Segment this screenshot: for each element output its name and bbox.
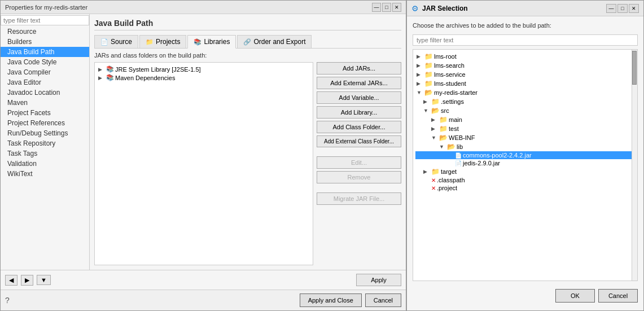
nav-bar: ◀ ▶ ▼ Apply <box>1 270 406 290</box>
projects-tab-icon: 📁 <box>146 38 154 46</box>
sidebar-item-java-build-path[interactable]: Java Build Path <box>1 47 89 57</box>
main-label: main <box>449 116 462 123</box>
sidebar-item-java-compiler[interactable]: Java Compiler <box>1 67 89 77</box>
jar-tree-item-jedis[interactable]: 📄 jedis-2.9.0.jar <box>415 159 635 167</box>
add-external-jars-button[interactable]: Add External JARs... <box>317 77 401 89</box>
minimize-button[interactable]: — <box>372 3 381 12</box>
jar-tree-item-lms-root[interactable]: ▶ 📁 lms-root <box>415 52 635 61</box>
sidebar-item-java-editor[interactable]: Java Editor <box>1 77 89 87</box>
back-button[interactable]: ◀ <box>5 275 17 286</box>
jar-tree-item-lms-service[interactable]: ▶ 📁 lms-service <box>415 70 635 79</box>
jar-icon-jedis: 📄 <box>455 160 462 167</box>
jar-minimize-button[interactable]: — <box>606 4 616 13</box>
jar-close-button[interactable]: ✕ <box>629 4 639 13</box>
sidebar-item-javadoc-location[interactable]: Javadoc Location <box>1 87 89 98</box>
jar-tree-item-target[interactable]: ▶ 📁 target <box>415 167 635 176</box>
jar-title-left: ⚙ JAR Selection <box>411 4 468 13</box>
tree-item-maven[interactable]: ▶ 📚 Maven Dependencies <box>97 73 310 82</box>
jar-filter-input[interactable] <box>413 34 638 46</box>
settings-label: .settings <box>441 98 464 105</box>
scrollbar-track[interactable] <box>632 50 637 281</box>
jre-lib-icon: 📚 <box>106 65 114 73</box>
sidebar-item-project-facets[interactable]: Project Facets <box>1 108 89 118</box>
lms-service-label: lms-service <box>434 71 466 78</box>
apply-close-button[interactable]: Apply and Close <box>300 294 362 307</box>
jar-tree-item-lms-student[interactable]: ▶ 📁 lms-student <box>415 79 635 88</box>
edit-button[interactable]: Edit... <box>317 156 401 169</box>
jar-tree-item-settings[interactable]: ▶ 📁 .settings <box>415 97 635 106</box>
forward-button[interactable]: ▶ <box>21 275 33 286</box>
jar-icon-commons-pool2: 📄 <box>455 152 462 159</box>
close-button[interactable]: ✕ <box>392 3 401 12</box>
tab-order-export[interactable]: 🔗 Order and Export <box>237 35 312 48</box>
sidebar-item-validation[interactable]: Validation <box>1 159 89 169</box>
jar-tree-item-test[interactable]: ▶ 📁 test <box>415 124 635 133</box>
jar-tree-item-lms-search[interactable]: ▶ 📁 lms-search <box>415 61 635 70</box>
migrate-jar-button[interactable]: Migrate JAR File... <box>317 192 401 205</box>
sidebar-item-resource[interactable]: Resource <box>1 27 89 37</box>
arrow-main: ▶ <box>431 117 438 122</box>
sidebar-item-maven[interactable]: Maven <box>1 98 89 108</box>
jar-tree-item-web-inf[interactable]: ▼ 📂 WEB-INF <box>415 133 635 142</box>
sidebar-filter[interactable] <box>1 15 89 25</box>
sidebar-item-project-references[interactable]: Project References <box>1 118 89 128</box>
arrow-test: ▶ <box>431 126 438 132</box>
arrow-lms-student: ▶ <box>417 81 423 86</box>
tab-projects[interactable]: 📁 Projects <box>139 35 186 48</box>
arrow-my-redis-starter: ▼ <box>417 90 423 95</box>
jar-tree-item-lib[interactable]: ▼ 📂 lib <box>415 142 635 151</box>
cancel-button[interactable]: Cancel <box>365 294 401 307</box>
web-inf-label: WEB-INF <box>449 134 475 141</box>
my-redis-starter-label: my-redis-starter <box>434 89 477 96</box>
jar-tree-item-project[interactable]: ✕ .project <box>415 184 635 192</box>
sidebar-item-java-code-style[interactable]: Java Code Style <box>1 57 89 67</box>
jar-maximize-button[interactable]: □ <box>617 4 628 13</box>
dropdown-button[interactable]: ▼ <box>37 275 51 285</box>
jar-tree-item-src[interactable]: ▼ 📂 src <box>415 106 635 115</box>
libraries-tab-icon: 📚 <box>194 38 201 46</box>
build-path-label: JARs and class folders on the build path… <box>94 52 401 59</box>
jar-dialog-title: JAR Selection <box>422 5 468 12</box>
add-class-folder-button[interactable]: Add Class Folder... <box>317 121 401 133</box>
scrollbar-thumb[interactable] <box>632 51 637 85</box>
sidebar-item-wikitext[interactable]: WikiText <box>1 169 89 179</box>
folder-icon-web-inf: 📂 <box>439 134 448 142</box>
add-variable-button[interactable]: Add Variable... <box>317 91 401 104</box>
tree-item-jre[interactable]: ▶ 📚 JRE System Library [J2SE-1.5] <box>97 65 310 73</box>
sidebar: Resource Builders Java Build Path Java C… <box>1 14 90 270</box>
build-path-area: ▶ 📚 JRE System Library [J2SE-1.5] ▶ 📚 Ma… <box>94 62 401 265</box>
sidebar-item-task-repository[interactable]: Task Repository <box>1 138 89 148</box>
add-external-class-folder-button[interactable]: Add External Class Folder... <box>317 135 401 147</box>
jar-tree[interactable]: ▶ 📁 lms-root ▶ 📁 lms-search ▶ 📁 lms-serv… <box>413 49 638 281</box>
tab-source[interactable]: 📄 Source <box>94 35 138 48</box>
remove-button[interactable]: Remove <box>317 171 401 183</box>
page-title: Java Build Path <box>94 19 401 30</box>
properties-title: Properties for my-redis-starter <box>5 4 87 11</box>
jar-tree-item-my-redis-starter[interactable]: ▼ 📂 my-redis-starter <box>415 88 635 97</box>
build-path-tree[interactable]: ▶ 📚 JRE System Library [J2SE-1.5] ▶ 📚 Ma… <box>94 62 313 265</box>
tab-libraries[interactable]: 📚 Libraries <box>187 35 236 49</box>
arrow-lms-search: ▶ <box>417 63 423 68</box>
jar-tree-item-main[interactable]: ▶ 📁 main <box>415 115 635 124</box>
sidebar-item-builders[interactable]: Builders <box>1 37 89 47</box>
jar-title-buttons: — □ ✕ <box>606 4 639 13</box>
jar-cancel-button[interactable]: Cancel <box>598 289 638 303</box>
commons-pool2-label: commons-pool2-2.4.2.jar <box>463 152 532 159</box>
add-library-button[interactable]: Add Library... <box>317 106 401 119</box>
buttons-panel: Add JARs... Add External JARs... Add Var… <box>317 62 401 265</box>
add-jars-button[interactable]: Add JARs... <box>317 62 401 75</box>
jar-ok-button[interactable]: OK <box>555 289 595 303</box>
apply-button[interactable]: Apply <box>356 274 401 286</box>
sidebar-item-task-tags[interactable]: Task Tags <box>1 148 89 159</box>
arrow-src: ▼ <box>423 108 430 113</box>
lms-root-label: lms-root <box>434 53 457 60</box>
arrow-lms-root: ▶ <box>417 54 423 59</box>
jar-tree-item-commons-pool2[interactable]: 📄 commons-pool2-2.4.2.jar <box>415 151 635 159</box>
lib-label: lib <box>457 143 463 150</box>
jar-tree-item-classpath[interactable]: ✕ .classpath <box>415 176 635 184</box>
test-label: test <box>449 125 459 132</box>
sidebar-item-run-debug-settings[interactable]: Run/Debug Settings <box>1 128 89 138</box>
maximize-button[interactable]: □ <box>382 3 391 12</box>
folder-icon-src: 📂 <box>431 107 440 115</box>
properties-dialog: Properties for my-redis-starter — □ ✕ Re… <box>0 0 406 311</box>
